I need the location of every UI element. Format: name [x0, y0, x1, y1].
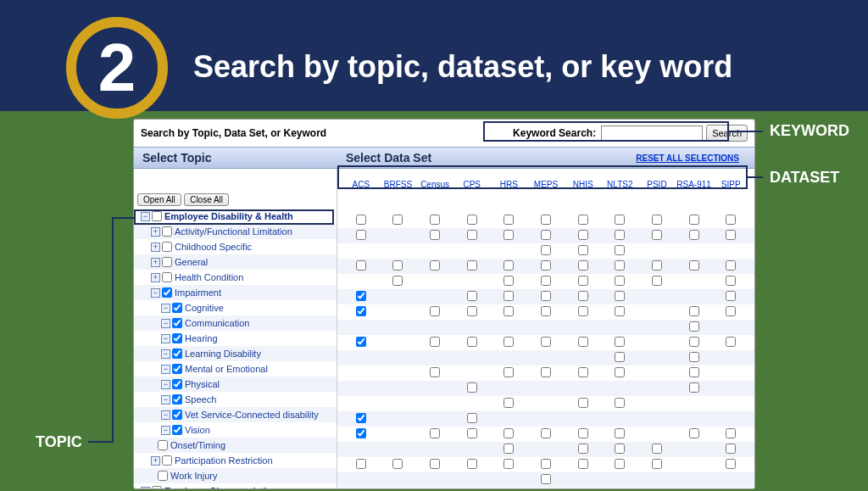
expand-icon[interactable]: + [151, 243, 160, 252]
dataset-checkbox[interactable] [689, 337, 699, 347]
topic-label[interactable]: General [175, 257, 208, 267]
dataset-checkbox[interactable] [430, 230, 440, 240]
dataset-checkbox[interactable] [467, 489, 477, 490]
dataset-checkbox[interactable] [689, 352, 699, 362]
dataset-checkbox[interactable] [504, 291, 514, 301]
topic-label[interactable]: Work Injury [170, 471, 217, 481]
topic-checkbox[interactable] [172, 349, 182, 359]
topic-label[interactable]: Health Condition [175, 272, 243, 282]
dataset-checkbox[interactable] [615, 291, 625, 301]
dataset-checkbox[interactable] [578, 276, 588, 286]
dataset-checkbox[interactable] [615, 215, 625, 225]
open-all-button[interactable]: Open All [137, 193, 181, 206]
dataset-checkbox[interactable] [652, 230, 662, 240]
expand-icon[interactable]: + [151, 456, 160, 466]
dataset-checkbox[interactable] [504, 428, 514, 438]
topic-checkbox[interactable] [162, 455, 172, 466]
dataset-checkbox[interactable] [726, 444, 736, 454]
dataset-checkbox[interactable] [652, 276, 662, 286]
dataset-checkbox[interactable] [615, 489, 625, 490]
dataset-checkbox[interactable] [392, 260, 403, 271]
dataset-checkbox[interactable] [356, 459, 366, 469]
dataset-checkbox[interactable] [467, 215, 477, 225]
dataset-checkbox[interactable] [541, 276, 551, 286]
dataset-checkbox[interactable] [504, 337, 514, 347]
topic-checkbox[interactable] [162, 287, 172, 298]
collapse-icon[interactable]: − [161, 334, 170, 343]
topic-label[interactable]: Cognitive [185, 303, 224, 313]
dataset-checkbox[interactable] [578, 489, 588, 490]
dataset-checkbox[interactable] [726, 230, 736, 240]
dataset-checkbox[interactable] [430, 215, 440, 225]
dataset-checkbox[interactable] [652, 459, 662, 469]
collapse-icon[interactable]: − [161, 365, 170, 374]
dataset-checkbox[interactable] [356, 230, 366, 240]
dataset-checkbox[interactable] [467, 413, 477, 423]
topic-label[interactable]: Impairment [175, 287, 221, 298]
dataset-checkbox[interactable] [504, 398, 514, 408]
reset-all-link[interactable]: RESET ALL SELECTIONS [636, 153, 739, 163]
topic-label[interactable]: Learning Disability [185, 349, 261, 359]
topic-checkbox[interactable] [158, 440, 168, 450]
topic-label[interactable]: Hearing [185, 333, 218, 343]
dataset-checkbox[interactable] [615, 444, 625, 454]
dataset-checkbox[interactable] [578, 291, 588, 301]
dataset-checkbox[interactable] [578, 398, 588, 408]
topic-label[interactable]: Physical [185, 379, 220, 389]
topic-checkbox[interactable] [172, 425, 182, 435]
collapse-icon[interactable]: − [161, 319, 170, 328]
collapse-icon[interactable]: − [161, 304, 170, 313]
dataset-checkbox[interactable] [356, 260, 366, 271]
topic-label[interactable]: Vet Service-Connected disability [185, 410, 319, 420]
dataset-checkbox[interactable] [467, 291, 477, 301]
dataset-checkbox[interactable] [356, 337, 366, 347]
dataset-checkbox[interactable] [615, 245, 625, 255]
dataset-checkbox[interactable] [689, 428, 699, 438]
dataset-checkbox[interactable] [578, 337, 588, 347]
dataset-checkbox[interactable] [689, 260, 699, 271]
dataset-checkbox[interactable] [467, 306, 477, 316]
dataset-checkbox[interactable] [615, 428, 625, 438]
dataset-checkbox[interactable] [541, 291, 551, 301]
expand-icon[interactable]: + [151, 227, 160, 237]
dataset-checkbox[interactable] [578, 245, 588, 255]
dataset-checkbox[interactable] [467, 428, 477, 438]
topic-checkbox[interactable] [162, 226, 172, 237]
dataset-checkbox[interactable] [430, 337, 440, 347]
dataset-checkbox[interactable] [467, 382, 477, 393]
dataset-checkbox[interactable] [504, 489, 514, 490]
dataset-checkbox[interactable] [504, 459, 514, 469]
dataset-checkbox[interactable] [467, 230, 477, 240]
collapse-icon[interactable]: − [161, 349, 170, 359]
topic-checkbox[interactable] [162, 257, 172, 267]
dataset-checkbox[interactable] [541, 245, 551, 255]
topic-checkbox[interactable] [172, 318, 182, 328]
topic-label[interactable]: Vision [185, 425, 210, 435]
topic-label[interactable]: Mental or Emotional [185, 364, 268, 374]
topic-checkbox[interactable] [172, 303, 182, 313]
dataset-checkbox[interactable] [356, 413, 366, 423]
dataset-checkbox[interactable] [689, 321, 699, 332]
dataset-checkbox[interactable] [541, 489, 551, 490]
dataset-checkbox[interactable] [356, 306, 366, 316]
dataset-checkbox[interactable] [504, 444, 514, 454]
dataset-checkbox[interactable] [726, 306, 736, 316]
dataset-checkbox[interactable] [652, 489, 662, 490]
topic-label[interactable]: Activity/Functional Limitation [175, 226, 292, 237]
topic-checkbox[interactable] [172, 410, 182, 420]
topic-label[interactable]: Childhood Specific [175, 242, 252, 252]
dataset-checkbox[interactable] [504, 367, 514, 377]
expand-icon[interactable]: + [151, 258, 160, 267]
dataset-checkbox[interactable] [726, 337, 736, 347]
dataset-checkbox[interactable] [504, 230, 514, 240]
collapse-icon[interactable]: − [151, 288, 160, 298]
topic-checkbox[interactable] [158, 471, 168, 481]
dataset-checkbox[interactable] [726, 291, 736, 301]
topic-label[interactable]: Communication [185, 318, 249, 328]
dataset-checkbox[interactable] [467, 260, 477, 271]
dataset-checkbox[interactable] [541, 337, 551, 347]
dataset-checkbox[interactable] [615, 230, 625, 240]
dataset-checkbox[interactable] [541, 215, 551, 225]
topic-label[interactable]: Speech [185, 394, 216, 405]
dataset-checkbox[interactable] [689, 230, 699, 240]
